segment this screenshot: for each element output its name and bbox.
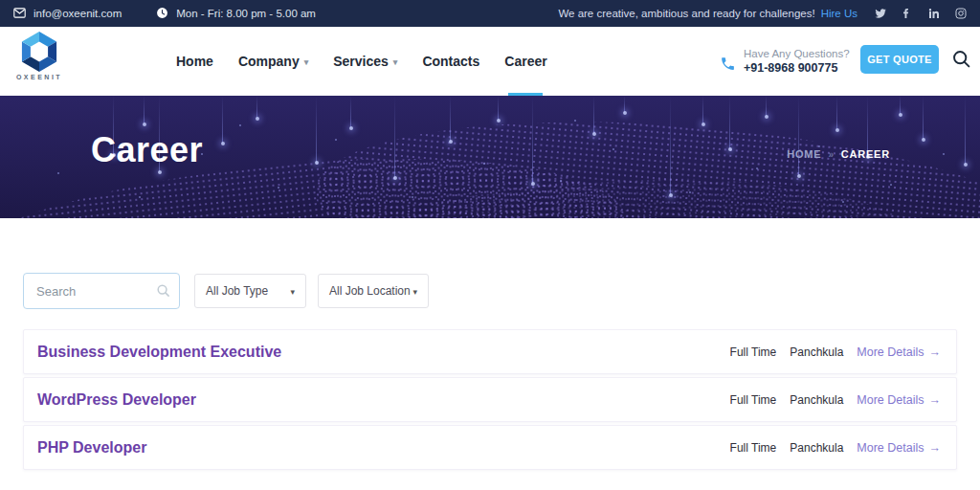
get-quote-button[interactable]: GET QUOTE xyxy=(860,45,939,74)
topbar-hours-group: Mon - Fri: 8.00 pm - 5.00 am xyxy=(156,7,316,21)
nav-label: Company xyxy=(238,54,300,69)
social-links xyxy=(875,8,967,19)
main-nav: Home Company ▾ Services ▾ Contacts Caree… xyxy=(176,27,547,96)
particle-streak xyxy=(450,96,451,142)
particle-dot xyxy=(818,145,820,147)
envelope-icon xyxy=(13,7,26,21)
particle-streak xyxy=(702,96,703,124)
particle-streak xyxy=(729,96,730,149)
particle-streak xyxy=(798,96,799,176)
arrow-right-icon: → xyxy=(929,345,942,359)
search-icon xyxy=(951,49,971,69)
particle-dot xyxy=(412,196,413,198)
phone-block: Have Any Questions? +91-8968 900775 xyxy=(720,27,850,96)
particle-streak xyxy=(766,96,767,117)
particle-dot xyxy=(57,172,59,174)
job-type: Full Time xyxy=(730,393,777,407)
breadcrumb-home-link[interactable]: HOME xyxy=(787,148,821,160)
job-location: Panchkula xyxy=(790,393,843,407)
job-row: PHP Developer Full Time Panchkula More D… xyxy=(23,425,957,470)
clock-icon xyxy=(156,7,168,21)
particle-dot xyxy=(612,148,614,150)
more-details-label: More Details xyxy=(857,393,924,407)
questions-label: Have Any Questions? xyxy=(744,48,850,59)
particle-streak xyxy=(923,96,924,140)
particle-dot xyxy=(278,187,279,189)
more-details-link[interactable]: More Details → xyxy=(857,393,941,407)
breadcrumb-current: CAREER xyxy=(841,148,890,160)
phone-texts: Have Any Questions? +91-8968 900775 xyxy=(744,48,850,75)
linkedin-icon[interactable] xyxy=(928,8,940,19)
facebook-icon[interactable] xyxy=(902,8,913,19)
instagram-icon[interactable] xyxy=(955,8,967,19)
job-row: Business Development Executive Full Time… xyxy=(23,329,957,374)
nav-label: Home xyxy=(176,54,213,69)
particle-dot xyxy=(890,184,892,186)
particle-dot xyxy=(842,201,844,203)
breadcrumb: HOME » CAREER xyxy=(787,148,890,160)
job-title-link[interactable]: PHP Developer xyxy=(37,439,717,457)
more-details-link[interactable]: More Details → xyxy=(857,345,941,359)
nav-item-career[interactable]: Career xyxy=(504,27,546,96)
job-type: Full Time xyxy=(730,345,777,359)
chevron-down-icon: ▾ xyxy=(393,57,398,67)
more-details-label: More Details xyxy=(857,441,924,455)
job-title-link[interactable]: Business Development Executive xyxy=(37,344,717,361)
particle-dot xyxy=(560,180,562,182)
more-details-label: More Details xyxy=(857,345,924,359)
job-row: WordPress Developer Full Time Panchkula … xyxy=(23,377,957,422)
nav-item-contacts[interactable]: Contacts xyxy=(422,27,479,96)
page-title: Career xyxy=(91,130,203,170)
particle-streak xyxy=(624,96,625,113)
arrow-right-icon: → xyxy=(929,393,942,407)
logo-text: OXEENIT xyxy=(10,74,69,80)
job-location: Panchkula xyxy=(790,441,843,455)
topbar-right: We are creative, ambitious and ready for… xyxy=(558,8,967,19)
job-type-select[interactable]: All Job Type ▾ xyxy=(194,274,306,308)
nav-label: Services xyxy=(333,54,389,69)
breadcrumb-separator-icon: » xyxy=(828,149,834,160)
job-type-value: All Job Type xyxy=(206,284,268,298)
nav-item-home[interactable]: Home xyxy=(176,27,213,96)
particle-streak xyxy=(394,96,395,178)
email-link[interactable]: info@oxeenit.com xyxy=(33,8,122,19)
hire-us-link[interactable]: Hire Us xyxy=(821,8,858,19)
phone-icon xyxy=(720,56,736,72)
nav-item-services[interactable]: Services ▾ xyxy=(333,27,397,96)
particle-streak xyxy=(350,96,351,128)
particle-streak xyxy=(532,96,533,184)
job-title-link[interactable]: WordPress Developer xyxy=(37,391,717,409)
particle-dot xyxy=(483,163,485,165)
more-details-link[interactable]: More Details → xyxy=(857,441,941,455)
particle-streak xyxy=(836,96,837,130)
header-search-button[interactable] xyxy=(949,49,972,72)
particle-streak xyxy=(670,96,671,195)
topbar-email-group: info@oxeenit.com xyxy=(13,7,122,21)
job-list: Business Development Executive Full Time… xyxy=(23,329,957,473)
career-page: info@oxeenit.com Mon - Fri: 8.00 pm - 5.… xyxy=(0,0,980,490)
particle-dot xyxy=(756,167,758,169)
particle-dot xyxy=(139,196,141,198)
chevron-down-icon: ▾ xyxy=(290,287,295,297)
particle-streak xyxy=(222,96,223,144)
particle-streak xyxy=(498,96,499,121)
particle-streak xyxy=(593,96,594,134)
twitter-icon[interactable] xyxy=(875,8,886,19)
main-header: OXEENIT Home Company ▾ Services ▾ Contac… xyxy=(0,27,980,96)
nav-item-company[interactable]: Company ▾ xyxy=(238,27,308,96)
topbar: info@oxeenit.com Mon - Fri: 8.00 pm - 5.… xyxy=(0,0,980,27)
hero-banner: Career HOME » CAREER xyxy=(0,96,980,218)
job-type: Full Time xyxy=(730,441,777,455)
job-location-select[interactable]: All Job Location ▾ xyxy=(318,274,429,308)
chevron-down-icon: ▾ xyxy=(412,287,417,297)
logo[interactable]: OXEENIT xyxy=(10,32,69,80)
phone-number-link[interactable]: +91-8968 900775 xyxy=(744,61,850,75)
nav-label: Contacts xyxy=(422,54,479,69)
job-location: Panchkula xyxy=(790,345,843,359)
chevron-down-icon: ▾ xyxy=(304,57,309,67)
logo-hexagon-icon xyxy=(17,32,61,72)
particle-streak xyxy=(256,96,257,119)
job-search-wrap xyxy=(23,273,180,309)
particle-streak xyxy=(900,96,901,115)
arrow-right-icon: → xyxy=(929,441,942,455)
